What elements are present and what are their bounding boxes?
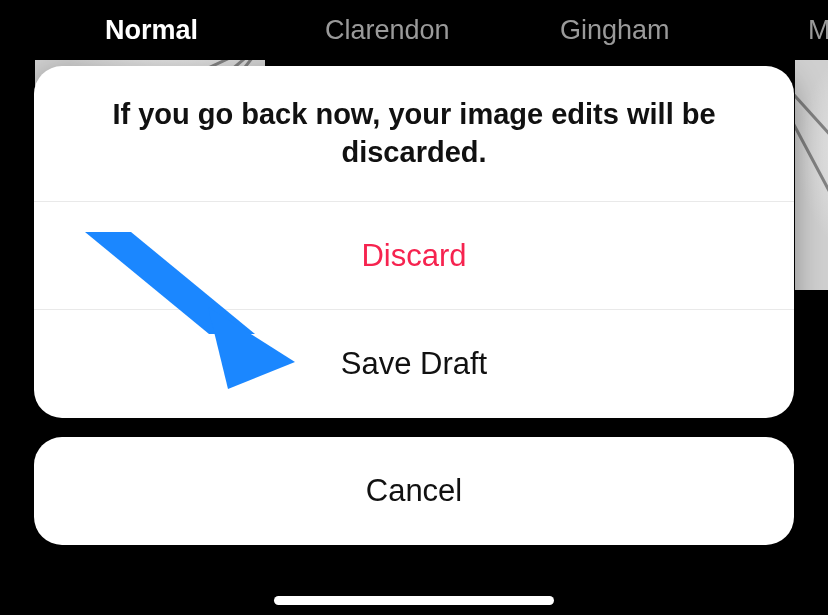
save-draft-button[interactable]: Save Draft xyxy=(34,310,794,418)
filter-tab-gingham[interactable]: Gingham xyxy=(560,15,670,46)
filter-tab-clarendon[interactable]: Clarendon xyxy=(325,15,450,46)
discard-edits-action-sheet: If you go back now, your image edits wil… xyxy=(34,66,794,418)
discard-button[interactable]: Discard xyxy=(34,202,794,310)
filter-tab-normal[interactable]: Normal xyxy=(105,15,198,46)
cancel-button[interactable]: Cancel xyxy=(34,437,794,545)
filter-tab-cutoff[interactable]: M xyxy=(808,15,828,46)
filter-bar: Normal Clarendon Gingham M xyxy=(0,0,828,60)
action-sheet-title: If you go back now, your image edits wil… xyxy=(34,66,794,202)
home-indicator xyxy=(274,596,554,605)
filter-thumbnail xyxy=(795,60,828,290)
